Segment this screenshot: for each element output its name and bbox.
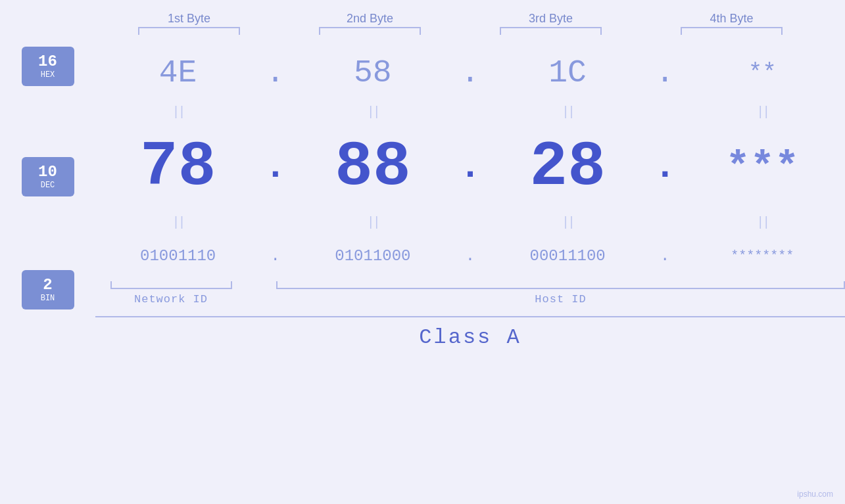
bin-byte3-value: 00011100 bbox=[530, 247, 606, 265]
bin-row: 01001110 . 01011000 . 00011100 . bbox=[95, 235, 845, 277]
bin-badge-num: 2 bbox=[43, 277, 52, 294]
eq1-sym2: || bbox=[367, 104, 379, 120]
hex-dot3: . bbox=[650, 55, 680, 91]
eq2-cell4: || bbox=[680, 215, 845, 230]
equals-row-2: || || || || bbox=[95, 210, 845, 235]
bin-byte4-value: ******** bbox=[731, 248, 794, 263]
eq2-cell3: || bbox=[485, 215, 650, 230]
host-id-brace bbox=[276, 281, 845, 289]
byte-headers-row: 1st Byte 2nd Byte 3rd Byte 4th Byte bbox=[99, 12, 822, 26]
eq1-cell3: || bbox=[485, 104, 650, 120]
eq2-cell2: || bbox=[290, 215, 455, 230]
top-brace-cell-3 bbox=[460, 27, 641, 35]
host-id-label: Host ID bbox=[535, 293, 586, 306]
dec-dot3: . bbox=[650, 146, 680, 188]
bin-badge: 2 BIN bbox=[22, 270, 74, 309]
top-brace-2 bbox=[319, 27, 421, 35]
dec-dot1: . bbox=[260, 146, 290, 188]
eq2-sym3: || bbox=[562, 215, 573, 230]
watermark: ipshu.com bbox=[797, 490, 833, 499]
eq1-cell4: || bbox=[680, 104, 845, 120]
eq2-cell1: || bbox=[95, 215, 260, 230]
dec-byte2-cell: 88 bbox=[290, 131, 455, 203]
hex-byte4-cell: ** bbox=[680, 60, 845, 87]
dec-badge-label: DEC bbox=[41, 181, 55, 190]
class-row: Class A bbox=[95, 316, 845, 350]
bin-byte3-cell: 00011100 bbox=[485, 247, 650, 265]
bin-byte2-value: 01011000 bbox=[335, 247, 410, 265]
bin-byte2-cell: 01011000 bbox=[290, 247, 455, 265]
top-brace-1 bbox=[138, 27, 240, 35]
dec-byte3-value: 28 bbox=[530, 131, 606, 203]
eq1-sym4: || bbox=[756, 104, 768, 120]
hex-dot1: . bbox=[260, 55, 290, 91]
dec-byte1-value: 78 bbox=[140, 131, 216, 203]
bottom-labels-row: Network ID Host ID bbox=[95, 281, 845, 306]
dec-badge-num: 10 bbox=[38, 164, 57, 181]
bin-dot3: . bbox=[650, 247, 680, 265]
eq1-cell1: || bbox=[95, 104, 260, 120]
hex-byte4-value: ** bbox=[748, 60, 777, 87]
eq2-sym2: || bbox=[367, 215, 379, 230]
eq1-sym3: || bbox=[562, 104, 573, 120]
hex-byte3-cell: 1C bbox=[485, 55, 650, 91]
dec-row: 78 . 88 . 28 . *** bbox=[95, 124, 845, 210]
top-brackets-row bbox=[99, 27, 822, 35]
hex-badge-num: 16 bbox=[38, 53, 57, 70]
top-brace-cell-2 bbox=[279, 27, 460, 35]
dec-byte3-cell: 28 bbox=[485, 131, 650, 203]
hex-badge: 16 HEX bbox=[22, 47, 74, 86]
equals-row-1: || || || || bbox=[95, 99, 845, 124]
top-brace-3 bbox=[500, 27, 602, 35]
bin-badge-label: BIN bbox=[41, 294, 55, 303]
rows-area: 16 HEX 10 DEC 2 BIN 4E bbox=[0, 47, 845, 350]
byte1-header: 1st Byte bbox=[99, 12, 279, 26]
labels-column: 16 HEX 10 DEC 2 BIN bbox=[0, 47, 95, 350]
dec-byte2-value: 88 bbox=[335, 131, 410, 203]
bin-byte1-cell: 01001110 bbox=[95, 247, 260, 265]
bin-byte4-cell: ******** bbox=[680, 248, 845, 263]
network-id-bracket: Network ID bbox=[95, 281, 247, 306]
bin-dot2: . bbox=[456, 247, 485, 265]
hex-dot2: . bbox=[456, 55, 485, 91]
bin-dot1: . bbox=[260, 247, 290, 265]
page-container: 1st Byte 2nd Byte 3rd Byte 4th Byte 16 H… bbox=[0, 0, 845, 504]
top-brace-cell-1 bbox=[99, 27, 279, 35]
network-id-brace bbox=[110, 281, 232, 289]
class-bracket-line bbox=[95, 316, 845, 317]
eq2-sym1: || bbox=[172, 215, 184, 230]
data-column: 4E . 58 . 1C . ** bbox=[95, 47, 845, 350]
hex-byte1-value: 4E bbox=[159, 55, 197, 91]
hex-byte2-cell: 58 bbox=[290, 55, 455, 91]
hex-byte3-value: 1C bbox=[548, 55, 587, 91]
bin-byte1-value: 01001110 bbox=[140, 247, 216, 265]
network-id-label: Network ID bbox=[134, 293, 208, 306]
byte2-header: 2nd Byte bbox=[279, 12, 460, 26]
dec-byte4-cell: *** bbox=[680, 144, 845, 191]
top-brace-cell-4 bbox=[641, 27, 822, 35]
dec-badge: 10 DEC bbox=[22, 157, 74, 196]
dec-byte1-cell: 78 bbox=[95, 131, 260, 203]
eq1-cell2: || bbox=[290, 104, 455, 120]
eq1-sym1: || bbox=[172, 104, 184, 120]
dec-dot2: . bbox=[456, 146, 485, 188]
hex-byte2-value: 58 bbox=[354, 55, 392, 91]
eq2-sym4: || bbox=[756, 215, 768, 230]
hex-byte1-cell: 4E bbox=[95, 55, 260, 91]
dec-byte4-value: *** bbox=[726, 144, 800, 191]
byte3-header: 3rd Byte bbox=[460, 12, 641, 26]
top-brace-4 bbox=[681, 27, 783, 35]
host-id-bracket: Host ID bbox=[276, 281, 845, 306]
hex-row: 4E . 58 . 1C . ** bbox=[95, 47, 845, 99]
byte4-header: 4th Byte bbox=[641, 12, 822, 26]
class-label: Class A bbox=[419, 325, 521, 350]
hex-badge-label: HEX bbox=[41, 70, 55, 80]
